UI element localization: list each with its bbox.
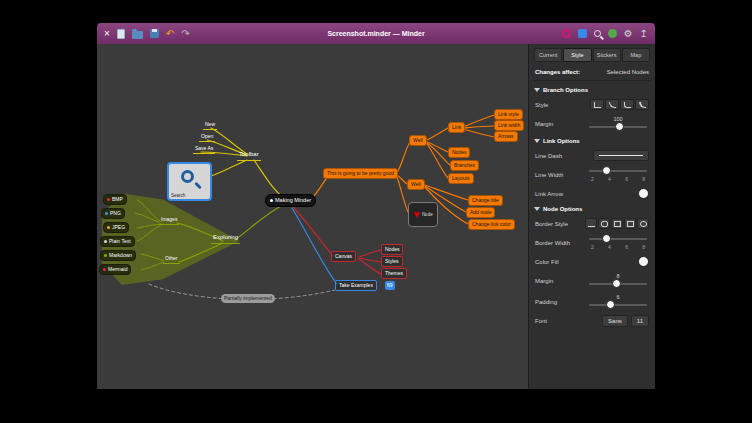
format-icon [104,240,107,243]
branch-style-squared-button[interactable] [635,99,649,110]
node-arrows[interactable]: Arrows [494,131,518,142]
node-main-orange[interactable]: This is going to be pretty good [323,168,398,179]
branch-style-curve-button[interactable] [605,99,619,110]
undo-icon[interactable]: ↶ [166,29,174,39]
border-width-slider[interactable] [589,235,647,243]
section-title: Link Options [543,138,580,144]
node-other[interactable]: Other [163,255,180,264]
link-options-header[interactable]: Link Options [534,134,650,147]
border-underline-button[interactable] [585,218,597,229]
node-label: Node [422,212,433,217]
border-rounded-button[interactable] [598,218,610,229]
node-save-as[interactable]: Save As [193,145,215,154]
color-fill-label: Color Fill [535,259,559,265]
tab-style[interactable]: Style [563,48,591,62]
node-search-image[interactable]: Search [167,162,212,201]
slider-thumb[interactable] [602,234,611,243]
search-icon[interactable] [594,30,601,37]
node-images[interactable]: Images [159,216,179,225]
redo-icon[interactable]: ↷ [181,29,189,39]
branch-style-straight-button[interactable] [590,99,604,110]
format-icon [104,254,107,257]
node-margin-slider[interactable] [589,280,647,288]
node-dot-icon [270,199,273,202]
link-arrow-toggle[interactable] [638,188,649,199]
branch-margin-slider[interactable] [589,123,647,131]
node-label: Plain Text [109,238,131,245]
node-options-header[interactable]: Node Options [534,202,650,215]
node-label: Markdown [109,252,132,259]
node-png[interactable]: PNG [101,208,125,219]
node-change-title[interactable]: Change title [468,195,503,206]
node-nodes-orange[interactable]: Nodes [448,147,470,158]
node-take-examples[interactable]: Take Examples [335,280,377,291]
curved-branch-icon [609,102,616,108]
font-family-button[interactable]: Sans [602,315,628,327]
node-toolbar[interactable]: Toolbar [237,151,261,161]
node-nodes-red[interactable]: Nodes [381,244,403,255]
node-heart[interactable]: ♥ Node [408,202,438,227]
node-add-node[interactable]: Add node [466,207,495,218]
new-document-icon[interactable] [117,29,125,39]
slider-thumb[interactable] [602,166,611,175]
slider-thumb[interactable] [606,300,615,309]
node-link-width[interactable]: Link width [494,120,524,131]
tab-current[interactable]: Current [534,48,562,62]
node-exploring[interactable]: Exploring [211,234,240,244]
node-themes[interactable]: Themes [381,268,407,279]
border-style-label: Border Style [535,221,568,227]
font-label: Font [535,318,547,324]
node-padding-slider[interactable] [589,301,647,309]
node-layouts[interactable]: Layouts [448,173,474,184]
node-well-1[interactable]: Well [409,135,427,146]
close-button[interactable]: × [104,29,110,39]
node-bmp[interactable]: BMP [103,194,127,205]
node-open[interactable]: Open [199,133,215,142]
node-label: BMP [112,196,123,203]
branch-margin-label: Margin [535,121,553,127]
node-change-link-color[interactable]: Change link color [468,219,515,230]
tab-map[interactable]: Map [622,48,650,62]
border-thick-button[interactable] [624,218,636,229]
node-partially-implemented[interactable]: Partially implemented [221,294,275,303]
tab-stickers[interactable]: Stickers [593,48,621,62]
border-square-button[interactable] [611,218,623,229]
font-size-spinner[interactable]: 11 [631,315,649,327]
open-folder-icon[interactable] [132,31,143,39]
node-markdown[interactable]: Markdown [100,250,136,261]
save-icon[interactable] [150,29,159,38]
node-plain-text[interactable]: Plain Text [100,236,135,247]
node-styles[interactable]: Styles [381,256,403,267]
export-icon[interactable]: ↥ [640,29,648,39]
slider-thumb[interactable] [615,122,624,131]
focus-mode-icon[interactable] [562,29,571,38]
branch-style-rounded-button[interactable] [620,99,634,110]
overview-icon[interactable] [578,29,587,38]
app-window: × ↶ ↷ Screenshot.minder — Minder ⚙ ↥ [97,23,655,389]
node-center[interactable]: Making Minder [265,194,316,207]
settings-gear-icon[interactable]: ⚙ [624,29,633,39]
node-branches[interactable]: Branches [450,160,479,171]
line-width-label: Line Width [535,172,563,178]
line-dash-label: Line Dash [535,153,562,159]
map-overview-icon[interactable] [608,29,617,38]
border-width-label: Border Width [535,240,570,246]
node-label: Search [171,193,185,198]
line-dash-dropdown[interactable] [593,150,649,161]
node-new[interactable]: New [203,121,217,130]
border-pill-button[interactable] [637,218,649,229]
slider-thumb[interactable] [612,279,621,288]
node-jpeg[interactable]: JPEG [103,222,129,233]
node-well-2[interactable]: Well [407,179,425,190]
branch-options-header[interactable]: Branch Options [534,83,650,96]
node-canvas[interactable]: Canvas [331,251,356,262]
node-mermaid[interactable]: Mermaid [99,264,131,275]
color-fill-toggle[interactable] [638,256,649,267]
changes-affect-dropdown[interactable]: Selected Nodes [607,69,649,75]
line-width-slider[interactable] [589,167,647,175]
branch-style-buttons [590,99,649,110]
node-link-style[interactable]: Link style [494,109,523,120]
node-link[interactable]: Link [448,122,465,133]
mindmap-canvas[interactable]: Search Toolbar New Open Save As Making M… [97,44,528,389]
note-count-badge: 69 [385,281,395,290]
